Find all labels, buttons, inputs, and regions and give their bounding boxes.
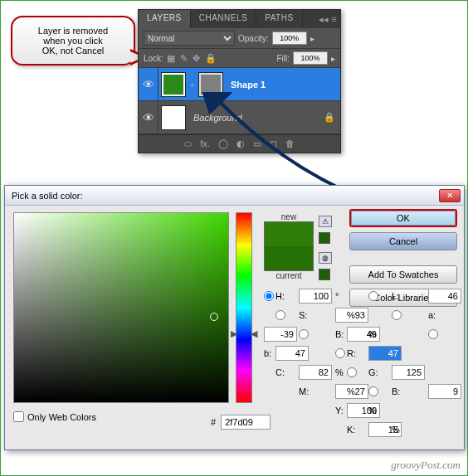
a-input[interactable] [264,327,297,342]
gamut-warning-icon[interactable]: ⚠ [319,216,332,227]
visibility-icon[interactable]: 👁 [139,101,158,134]
g-input[interactable] [392,365,425,380]
layer-row-shape1[interactable]: 👁 ⬨ Shape 1 [139,68,340,101]
l-radio[interactable] [368,291,378,301]
k-label: K: [347,425,368,435]
hue-strip[interactable] [236,212,252,403]
swatch-block: new current [264,212,314,280]
callout-line: Layer is removed [19,26,127,36]
panel-footer: ⬭ fx. ◯ ◐ ▭ ◻ 🗑 [139,134,340,153]
g-radio[interactable] [347,367,357,377]
new-label: new [264,212,314,221]
color-fields: H:° L: S:% a: B:% b: R: C:% G: M:% B: Y:… [264,289,440,437]
b-input[interactable] [275,346,309,361]
ok-button[interactable]: OK [349,209,457,227]
websafe-warning-icon[interactable]: ◍ [319,252,332,264]
swatch-new[interactable] [265,222,313,246]
c-input[interactable] [299,365,332,380]
blend-mode-select[interactable]: Normal [144,31,235,46]
group-icon[interactable]: ▭ [253,138,261,149]
link-layers-icon[interactable]: ⬭ [184,138,192,149]
bb-label: B: [392,386,428,396]
lock-all-icon[interactable]: 🔒 [205,53,217,64]
fx-icon[interactable]: fx. [200,138,210,149]
dialog-body: ▶◀ new current ⚠ ◍ OK Cancel Add To Swat… [5,206,464,449]
layers-panel: LAYERS CHANNELS PATHS ◂◂ ≡ Normal Opacit… [138,9,341,153]
bb-radio[interactable] [368,386,378,396]
hex-label: # [211,417,216,427]
opacity-label: Opacity: [238,34,269,43]
layer-name[interactable]: Background [188,113,242,123]
hex-row: # [211,415,271,430]
web-colors-label: Only Web Colors [27,412,96,422]
opacity-input[interactable] [272,32,307,45]
mask-icon[interactable]: ◯ [218,138,228,149]
trash-icon[interactable]: 🗑 [285,138,295,149]
callout-line: OK, not Cancel [19,46,127,56]
dialog-title: Pick a solid color: [8,191,439,201]
close-button[interactable]: ✕ [439,189,461,202]
s-radio[interactable] [275,310,285,320]
web-colors-row: Only Web Colors [13,411,96,422]
visibility-icon[interactable]: 👁 [139,68,158,100]
opacity-arrow-icon[interactable]: ▸ [310,34,314,43]
layer-row-background[interactable]: 👁 Background 🔒 [139,101,340,134]
tab-paths[interactable]: PATHS [256,10,302,28]
lock-label: Lock: [144,54,163,63]
bv-radio[interactable] [299,329,309,339]
m-label: M: [299,386,335,396]
a-radio[interactable] [392,310,402,320]
add-swatches-button[interactable]: Add To Swatches [349,265,457,284]
new-layer-icon[interactable]: ◻ [270,138,277,149]
watermark: groovyPost.com [391,459,461,472]
websafe-swatch[interactable] [319,269,330,280]
b-radio[interactable] [428,329,438,339]
color-field[interactable] [13,212,229,403]
lock-position-icon[interactable]: ✥ [193,53,200,64]
fill-arrow-icon[interactable]: ▸ [331,54,335,63]
l-label: L: [392,291,428,301]
y-unit: % [368,406,392,415]
g-label: G: [368,367,392,377]
lock-fill-row: Lock: ▦ ✎ ✥ 🔒 Fill: ▸ [139,49,340,68]
k-unit: % [392,425,428,435]
lock-icon: 🔒 [324,112,335,123]
web-colors-checkbox[interactable] [13,411,24,422]
current-label: current [264,271,314,280]
titlebar[interactable]: Pick a solid color: ✕ [5,186,464,206]
layer-list: 👁 ⬨ Shape 1 👁 Background 🔒 [139,68,340,134]
c-unit: % [335,367,347,377]
gamut-swatch[interactable] [319,232,330,244]
callout-bubble: Layer is removed when you click OK, not … [11,16,135,66]
callout-line: when you click [19,36,127,46]
layer-thumb-color[interactable] [161,72,186,97]
lock-pixels-icon[interactable]: ✎ [180,53,188,64]
m-unit: % [347,386,368,396]
hex-input[interactable] [221,415,271,430]
y-label: Y: [335,406,347,415]
l-input[interactable] [428,289,461,304]
bb-input[interactable] [428,384,461,399]
lock-transparency-icon[interactable]: ▦ [167,53,175,64]
layer-name[interactable]: Shape 1 [226,80,266,90]
tab-channels[interactable]: CHANNELS [191,10,256,28]
hue-slider-arrows[interactable]: ▶◀ [231,328,257,339]
tab-layers[interactable]: LAYERS [139,10,191,28]
fill-input[interactable] [293,51,328,65]
r-input[interactable] [368,346,402,361]
s-unit: % [347,310,368,320]
color-picker-dialog: Pick a solid color: ✕ ▶◀ new current ⚠ ◍… [4,185,465,450]
h-radio[interactable] [264,291,274,301]
h-input[interactable] [299,289,332,304]
swatch-current[interactable] [265,246,313,270]
cancel-button[interactable]: Cancel [349,232,457,250]
layer-thumb-bg[interactable] [161,105,186,130]
panel-tabs: LAYERS CHANNELS PATHS ◂◂ ≡ [139,10,340,28]
window-buttons: ✕ [439,189,461,202]
r-radio[interactable] [335,348,345,358]
color-field-cursor [210,313,218,321]
panel-menu-icon[interactable]: ◂◂ ≡ [315,10,340,28]
layer-thumb-mask[interactable] [198,72,223,97]
bv-label: B: [335,329,347,339]
adjustment-icon[interactable]: ◐ [236,138,245,149]
